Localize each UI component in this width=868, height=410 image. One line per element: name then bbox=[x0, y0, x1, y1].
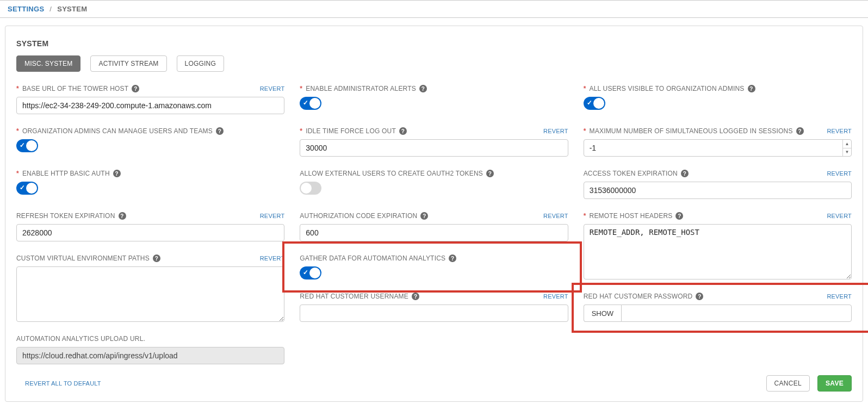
tab-logging[interactable]: LOGGING bbox=[177, 55, 224, 72]
help-icon[interactable]: ? bbox=[796, 127, 804, 135]
help-icon[interactable]: ? bbox=[216, 127, 224, 135]
revert-auth-code-exp[interactable]: REVERT bbox=[543, 213, 568, 219]
field-http-basic: *ENABLE HTTP BASIC AUTH? bbox=[16, 169, 284, 199]
label-refresh-token-exp: REFRESH TOKEN EXPIRATION bbox=[16, 212, 115, 220]
input-rh-password[interactable] bbox=[621, 305, 852, 322]
label-max-sessions: MAXIMUM NUMBER OF SIMULTANEOUS LOGGED IN… bbox=[590, 127, 793, 135]
show-password-button[interactable]: SHOW bbox=[584, 305, 621, 322]
label-org-admins-manage: ORGANIZATION ADMINS CAN MANAGE USERS AND… bbox=[22, 127, 213, 135]
revert-rh-username[interactable]: REVERT bbox=[543, 293, 568, 300]
input-auth-code-exp[interactable] bbox=[300, 224, 568, 241]
cancel-button[interactable]: CANCEL bbox=[766, 375, 810, 392]
field-admin-alerts: *ENABLE ADMINISTRATOR ALERTS? bbox=[300, 84, 568, 114]
field-rh-username: RED HAT CUSTOMER USERNAME? REVERT bbox=[300, 291, 568, 322]
label-auth-code-exp: AUTHORIZATION CODE EXPIRATION bbox=[300, 212, 417, 220]
revert-remote-host-headers[interactable]: REVERT bbox=[827, 213, 852, 219]
label-gather-analytics: GATHER DATA FOR AUTOMATION ANALYTICS bbox=[300, 254, 445, 262]
highlight-box-icon bbox=[282, 241, 581, 293]
input-max-sessions[interactable] bbox=[584, 139, 852, 157]
help-icon[interactable]: ? bbox=[449, 254, 456, 262]
field-idle-logout: *IDLE TIME FORCE LOG OUT? REVERT bbox=[300, 126, 568, 157]
help-icon[interactable]: ? bbox=[420, 212, 428, 220]
panel-title: SYSTEM bbox=[16, 39, 852, 48]
panel-footer: REVERT ALL TO DEFAULT CANCEL SAVE bbox=[16, 375, 852, 392]
label-admin-alerts: ENABLE ADMINISTRATOR ALERTS bbox=[306, 85, 416, 92]
system-panel: SYSTEM MISC. SYSTEM ACTIVITY STREAM LOGG… bbox=[5, 26, 863, 402]
field-all-users-visible: *ALL USERS VISIBLE TO ORGANIZATION ADMIN… bbox=[584, 84, 852, 114]
field-custom-venv: CUSTOM VIRTUAL ENVIRONMENT PATHS? REVERT bbox=[16, 253, 284, 322]
input-custom-venv[interactable] bbox=[16, 266, 284, 322]
label-access-token-exp: ACCESS TOKEN EXPIRATION bbox=[584, 170, 678, 177]
breadcrumb-current: SYSTEM bbox=[57, 5, 87, 13]
revert-access-token-exp[interactable]: REVERT bbox=[827, 170, 852, 177]
help-icon[interactable]: ? bbox=[113, 170, 121, 177]
help-icon[interactable]: ? bbox=[153, 254, 160, 262]
input-idle-logout[interactable] bbox=[300, 139, 568, 157]
input-refresh-token-exp[interactable] bbox=[16, 224, 284, 241]
help-icon[interactable]: ? bbox=[675, 212, 683, 220]
field-empty-placeholder bbox=[300, 334, 568, 364]
help-icon[interactable]: ? bbox=[486, 170, 494, 177]
label-oauth-external: ALLOW EXTERNAL USERS TO CREATE OAUTH2 TO… bbox=[300, 170, 483, 177]
tab-misc-system[interactable]: MISC. SYSTEM bbox=[16, 55, 80, 72]
input-remote-host-headers[interactable] bbox=[584, 224, 852, 279]
input-analytics-url bbox=[16, 347, 284, 364]
field-base-url: *BASE URL OF THE TOWER HOST? REVERT bbox=[16, 84, 284, 114]
help-icon[interactable]: ? bbox=[419, 85, 427, 92]
input-base-url[interactable] bbox=[16, 97, 284, 114]
chevron-down-icon[interactable]: ▼ bbox=[843, 148, 851, 157]
required-marker: * bbox=[16, 170, 19, 177]
help-icon[interactable]: ? bbox=[681, 170, 689, 177]
field-access-token-exp: ACCESS TOKEN EXPIRATION? REVERT bbox=[584, 169, 852, 199]
chevron-up-icon[interactable]: ▲ bbox=[843, 140, 851, 148]
tab-activity-stream[interactable]: ACTIVITY STREAM bbox=[90, 55, 166, 72]
field-auth-code-exp: AUTHORIZATION CODE EXPIRATION? REVERT bbox=[300, 211, 568, 241]
help-icon[interactable]: ? bbox=[119, 212, 126, 220]
revert-rh-password[interactable]: REVERT bbox=[827, 293, 852, 300]
toggle-http-basic[interactable] bbox=[16, 182, 38, 195]
help-icon[interactable]: ? bbox=[696, 293, 703, 300]
spinner-max-sessions[interactable]: ▲▼ bbox=[842, 140, 851, 156]
help-icon[interactable]: ? bbox=[399, 127, 407, 135]
required-marker: * bbox=[16, 85, 19, 92]
toggle-oauth-external[interactable] bbox=[300, 182, 321, 195]
revert-idle-logout[interactable]: REVERT bbox=[543, 128, 568, 134]
field-max-sessions: *MAXIMUM NUMBER OF SIMULTANEOUS LOGGED I… bbox=[584, 126, 852, 157]
label-remote-host-headers: REMOTE HOST HEADERS bbox=[590, 212, 673, 220]
input-rh-username[interactable] bbox=[300, 305, 568, 322]
revert-base-url[interactable]: REVERT bbox=[260, 85, 285, 92]
revert-custom-venv[interactable]: REVERT bbox=[260, 255, 285, 262]
required-marker: * bbox=[300, 127, 302, 135]
required-marker: * bbox=[584, 85, 586, 92]
help-icon[interactable]: ? bbox=[412, 293, 419, 300]
label-idle-logout: IDLE TIME FORCE LOG OUT bbox=[306, 127, 396, 135]
label-rh-password: RED HAT CUSTOMER PASSWORD bbox=[584, 293, 693, 300]
revert-all-button[interactable]: REVERT ALL TO DEFAULT bbox=[16, 380, 101, 387]
revert-max-sessions[interactable]: REVERT bbox=[827, 128, 852, 134]
label-http-basic: ENABLE HTTP BASIC AUTH bbox=[22, 170, 110, 177]
help-icon[interactable]: ? bbox=[132, 85, 139, 92]
required-marker: * bbox=[300, 85, 302, 92]
revert-refresh-token-exp[interactable]: REVERT bbox=[260, 213, 285, 219]
label-base-url: BASE URL OF THE TOWER HOST bbox=[22, 85, 128, 92]
toggle-all-users-visible[interactable] bbox=[584, 97, 605, 110]
tabs: MISC. SYSTEM ACTIVITY STREAM LOGGING bbox=[16, 55, 852, 72]
required-marker: * bbox=[584, 212, 586, 220]
field-refresh-token-exp: REFRESH TOKEN EXPIRATION? REVERT bbox=[16, 211, 284, 241]
toggle-gather-analytics[interactable] bbox=[300, 266, 321, 279]
field-oauth-external: ALLOW EXTERNAL USERS TO CREATE OAUTH2 TO… bbox=[300, 169, 568, 199]
required-marker: * bbox=[16, 127, 19, 135]
toggle-admin-alerts[interactable] bbox=[300, 97, 321, 110]
save-button[interactable]: SAVE bbox=[817, 375, 852, 392]
label-analytics-url: AUTOMATION ANALYTICS UPLOAD URL. bbox=[16, 335, 145, 343]
field-org-admins-manage: *ORGANIZATION ADMINS CAN MANAGE USERS AN… bbox=[16, 126, 284, 157]
help-icon[interactable]: ? bbox=[748, 85, 755, 92]
toggle-org-admins-manage[interactable] bbox=[16, 139, 38, 152]
label-rh-username: RED HAT CUSTOMER USERNAME bbox=[300, 293, 408, 300]
input-access-token-exp[interactable] bbox=[584, 182, 852, 199]
breadcrumb-separator: / bbox=[46, 5, 55, 13]
label-custom-venv: CUSTOM VIRTUAL ENVIRONMENT PATHS bbox=[16, 254, 150, 262]
label-all-users-visible: ALL USERS VISIBLE TO ORGANIZATION ADMINS bbox=[590, 85, 745, 92]
breadcrumb-settings-link[interactable]: SETTINGS bbox=[8, 5, 44, 13]
field-analytics-url: AUTOMATION ANALYTICS UPLOAD URL. bbox=[16, 334, 284, 364]
